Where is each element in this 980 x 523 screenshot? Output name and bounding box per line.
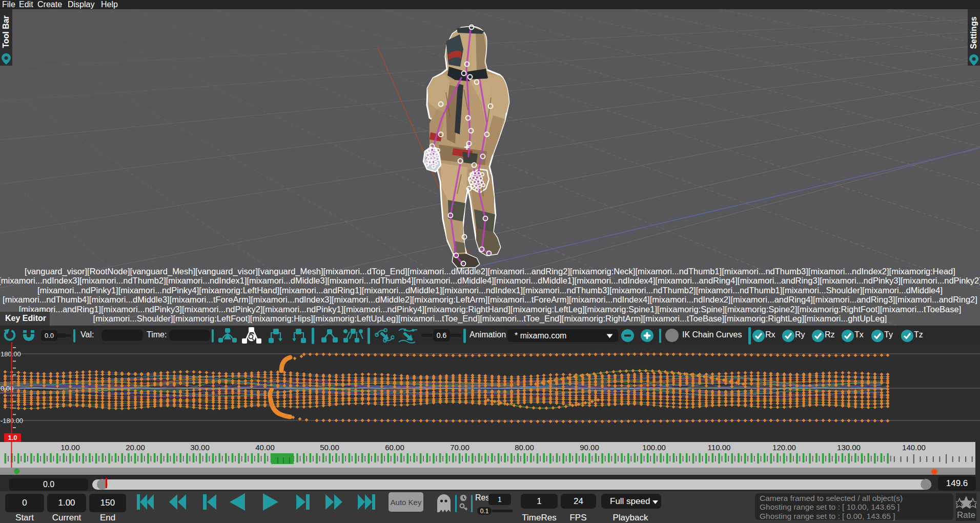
svg-text:1.0: 1.0 — [8, 434, 17, 441]
svg-text:50.00: 50.00 — [320, 443, 339, 452]
svg-text:110.00: 110.00 — [708, 443, 731, 452]
svg-text:120.00: 120.00 — [772, 443, 796, 452]
svg-text:70.00: 70.00 — [450, 443, 469, 452]
svg-text:140.00: 140.00 — [902, 443, 926, 452]
svg-text:130.00: 130.00 — [837, 443, 861, 452]
svg-text:100.00: 100.00 — [642, 443, 666, 452]
svg-text:80.00: 80.00 — [515, 443, 534, 452]
svg-text:10.00: 10.00 — [60, 443, 80, 452]
svg-text:20.00: 20.00 — [126, 443, 145, 452]
svg-text:40.00: 40.00 — [255, 443, 275, 452]
svg-text:60.00: 60.00 — [385, 443, 404, 452]
svg-text:180.00: 180.00 — [1, 350, 21, 358]
svg-text:30.00: 30.00 — [190, 443, 210, 452]
svg-text:Rate: Rate — [957, 510, 975, 520]
svg-text:90.00: 90.00 — [580, 443, 599, 452]
